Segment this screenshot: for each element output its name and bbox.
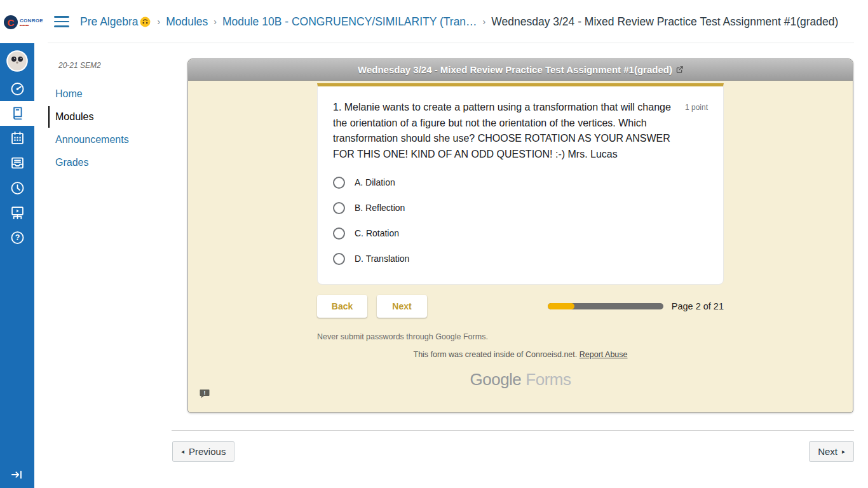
breadcrumb-course-link[interactable]: Pre Algebra: [80, 15, 138, 29]
form-footer-note: This form was created inside of Conroeis…: [317, 350, 724, 359]
created-note: This form was created inside of Conroeis…: [414, 350, 578, 359]
sidebar-item-calendar[interactable]: [0, 126, 34, 151]
progress-bar-fill: [548, 303, 574, 309]
history-clock-icon: [9, 179, 26, 196]
form-body: 1. Melanie wants to create a pattern usi…: [188, 81, 853, 413]
header-divider: [48, 43, 854, 43]
form-title-bar[interactable]: Wednesday 3/24 - Mixed Review Practice T…: [188, 59, 853, 81]
option-row-translation[interactable]: D. Translation: [333, 252, 708, 265]
breadcrumb-modules-link[interactable]: Modules: [166, 15, 208, 29]
radio-button[interactable]: [333, 227, 345, 240]
form-controls: Back Next Page 2 of 21: [317, 295, 724, 318]
question-card: 1. Melanie wants to create a pattern usi…: [317, 83, 724, 285]
avatar-icon: [6, 50, 29, 72]
courses-book-icon: [9, 105, 26, 122]
content-divider: [172, 430, 854, 431]
next-button-label: Next: [818, 446, 837, 457]
sidebar-item-help[interactable]: ?: [0, 225, 34, 250]
course-navigation: 20-21 SEM2 Home Modules Announcements Gr…: [48, 56, 172, 175]
option-row-rotation[interactable]: C. Rotation: [333, 227, 708, 240]
hamburger-menu-icon[interactable]: [54, 16, 69, 28]
inbox-tray-icon: [9, 154, 26, 172]
breadcrumb-separator: ›: [214, 17, 217, 27]
previous-button-label: Previous: [189, 446, 226, 457]
forms-logo-text: Forms: [526, 370, 571, 389]
expand-nav-arrow-icon: [9, 466, 25, 483]
studio-monitor-icon: [9, 204, 26, 221]
radio-button[interactable]: [333, 253, 345, 265]
course-nav-home[interactable]: Home: [48, 83, 172, 105]
course-nav-grades[interactable]: Grades: [48, 152, 172, 173]
embedded-form-frame: Wednesday 3/24 - Mixed Review Practice T…: [187, 58, 853, 413]
option-label: A. Dilation: [355, 177, 395, 187]
report-abuse-link[interactable]: Report Abuse: [580, 350, 628, 359]
report-problem-bubble-icon: !: [199, 388, 211, 400]
global-nav-rail: ?: [0, 43, 34, 488]
option-label: D. Translation: [355, 254, 409, 264]
option-label: B. Reflection: [355, 203, 405, 213]
next-module-item-button[interactable]: Next ▸: [809, 441, 854, 462]
calendar-icon: [9, 130, 26, 147]
breadcrumb-current-page: Wednesday 3/24 - Mixed Review Practice T…: [491, 15, 838, 29]
progress-indicator: Page 2 of 21: [548, 301, 724, 311]
breadcrumb-separator: ›: [157, 17, 160, 27]
conroe-logo-text: CONROE ■■■■■■: [20, 18, 43, 27]
progress-bar-track: [548, 303, 663, 309]
report-problem-button[interactable]: !: [199, 388, 211, 402]
account-avatar[interactable]: [0, 46, 34, 76]
option-row-dilation[interactable]: A. Dilation: [333, 176, 708, 189]
course-nav-modules[interactable]: Modules: [48, 106, 172, 128]
conroe-logo-name: CONROE: [20, 18, 43, 24]
breadcrumb-module10b-link[interactable]: Module 10B - CONGRUENCY/SIMILARITY (Tran…: [222, 15, 477, 29]
radio-button[interactable]: [333, 202, 345, 214]
form-back-button[interactable]: Back: [317, 295, 367, 318]
conroe-isd-logo: C CONROE ■■■■■■: [4, 15, 43, 29]
conroe-logo-icon: C: [4, 15, 18, 29]
sidebar-item-history[interactable]: [0, 175, 34, 200]
sidebar-item-dashboard[interactable]: [0, 76, 34, 101]
google-forms-logo: GoogleForms: [317, 370, 724, 390]
upside-down-face-emoji-icon: [139, 16, 151, 28]
help-question-icon: ?: [9, 229, 26, 246]
term-label: 20-21 SEM2: [58, 61, 172, 70]
sidebar-item-studio[interactable]: [0, 200, 34, 225]
google-logo-text: Google: [470, 370, 521, 389]
previous-module-item-button[interactable]: ◂ Previous: [172, 441, 234, 462]
breadcrumb-separator: ›: [483, 17, 486, 27]
option-row-reflection[interactable]: B. Reflection: [333, 201, 708, 214]
question-text: 1. Melanie wants to create a pattern usi…: [333, 100, 674, 162]
app-header: C CONROE ■■■■■■ Pre Algebra › Modules › …: [0, 0, 868, 43]
next-triangle-icon: ▸: [842, 448, 845, 455]
dashboard-gauge-icon: [9, 80, 26, 97]
password-warning: Never submit passwords through Google Fo…: [317, 332, 724, 341]
expand-nav-button[interactable]: [0, 466, 34, 483]
question-points: 1 point: [685, 100, 708, 162]
sidebar-item-courses[interactable]: [0, 101, 34, 126]
svg-text:?: ?: [15, 233, 20, 242]
form-next-button[interactable]: Next: [377, 295, 427, 318]
svg-text:!: !: [204, 390, 206, 396]
course-nav-announcements[interactable]: Announcements: [48, 129, 172, 151]
form-title: Wednesday 3/24 - Mixed Review Practice T…: [358, 64, 672, 75]
external-link-icon: [676, 66, 683, 73]
option-label: C. Rotation: [355, 228, 399, 238]
breadcrumb: Pre Algebra › Modules › Module 10B - CON…: [80, 0, 838, 43]
sidebar-item-inbox[interactable]: [0, 151, 34, 175]
radio-button[interactable]: [333, 177, 345, 189]
answer-options: A. Dilation B. Reflection C. Rotation D.…: [333, 176, 708, 265]
conroe-logo-subtext: ■■■■■■: [20, 24, 43, 27]
previous-triangle-icon: ◂: [181, 448, 184, 455]
progress-label: Page 2 of 21: [672, 301, 724, 311]
